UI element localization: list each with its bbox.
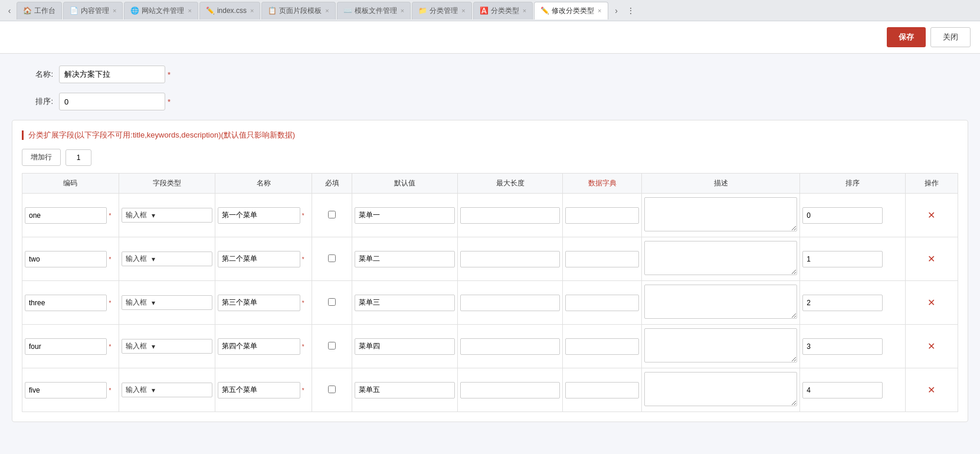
required-checkbox-2[interactable] xyxy=(328,298,336,306)
td-name-2: * xyxy=(215,281,312,325)
code-input-0[interactable] xyxy=(25,207,107,224)
delete-button-0[interactable]: ✕ xyxy=(908,210,955,221)
table-row: * 输入框 ▾ * ✕ xyxy=(22,237,958,281)
tab-cat-mgr[interactable]: 📁 分类管理 × xyxy=(412,2,471,19)
tab-index-css[interactable]: ✏️ index.css × xyxy=(199,2,260,19)
td-req-3 xyxy=(312,325,352,368)
name-input-3[interactable] xyxy=(218,338,300,355)
type-select-1[interactable]: 输入框 ▾ xyxy=(122,252,213,266)
chevron-down-icon: ▾ xyxy=(152,211,155,220)
td-sort-4 xyxy=(800,368,906,412)
dict-input-0[interactable] xyxy=(565,207,639,224)
table-header-row: 编码 字段类型 名称 必填 默认值 最大长度 数据字典 描述 排序 操作 xyxy=(22,174,958,194)
tab-file-mgr-close[interactable]: × xyxy=(188,7,191,14)
row-count-input[interactable] xyxy=(65,149,91,166)
dict-input-2[interactable] xyxy=(565,295,639,311)
desc-textarea-2[interactable] xyxy=(644,285,797,319)
required-checkbox-0[interactable] xyxy=(328,211,336,218)
tab-tpl-file-close[interactable]: × xyxy=(401,7,404,14)
default-input-1[interactable] xyxy=(355,251,455,267)
type-select-3[interactable]: 输入框 ▾ xyxy=(122,339,213,354)
sort-input-0[interactable] xyxy=(802,207,883,224)
td-name-1: * xyxy=(215,237,312,281)
dict-input-3[interactable] xyxy=(565,338,639,355)
th-maxlen: 最大长度 xyxy=(457,174,563,194)
sort-input-1[interactable] xyxy=(802,251,883,267)
tab-edit-cat-close[interactable]: × xyxy=(598,7,601,14)
dict-input-4[interactable] xyxy=(565,382,639,399)
tab-next-btn[interactable]: › xyxy=(609,4,624,18)
tab-content[interactable]: 📄 内容管理 × xyxy=(63,2,123,19)
delete-button-1[interactable]: ✕ xyxy=(908,253,955,264)
td-default-2 xyxy=(352,281,458,325)
td-op-3: ✕ xyxy=(905,325,958,368)
desc-textarea-3[interactable] xyxy=(644,328,797,362)
table-row: * 输入框 ▾ * ✕ xyxy=(22,368,958,412)
type-select-4[interactable]: 输入框 ▾ xyxy=(122,383,213,397)
delete-button-2[interactable]: ✕ xyxy=(908,297,955,308)
maxlen-input-4[interactable] xyxy=(460,382,561,399)
maxlen-input-0[interactable] xyxy=(460,207,561,224)
tab-edit-cat[interactable]: ✏️ 修改分类类型 × xyxy=(534,2,608,19)
tab-cat-type[interactable]: 🅰️ 分类类型 × xyxy=(473,2,533,19)
type-text-1: 输入框 xyxy=(126,254,147,264)
name-input-0[interactable] xyxy=(218,207,300,224)
dict-input-1[interactable] xyxy=(565,251,639,267)
tab-cat-mgr-close[interactable]: × xyxy=(461,7,465,14)
desc-textarea-1[interactable] xyxy=(644,241,797,275)
td-sort-2 xyxy=(800,281,906,325)
sort-input-4[interactable] xyxy=(802,382,883,399)
chevron-down-icon: ▾ xyxy=(152,342,155,351)
th-code: 编码 xyxy=(22,174,119,194)
tab-more-btn[interactable]: ⋮ xyxy=(624,4,638,18)
th-desc: 描述 xyxy=(642,174,800,194)
sort-input-2[interactable] xyxy=(802,295,883,311)
type-select-0[interactable]: 输入框 ▾ xyxy=(122,208,213,223)
sort-input[interactable] xyxy=(59,93,165,110)
default-input-0[interactable] xyxy=(355,207,455,224)
code-input-3[interactable] xyxy=(25,338,107,355)
name-input-4[interactable] xyxy=(218,382,300,399)
code-input-2[interactable] xyxy=(25,295,107,311)
delete-button-4[interactable]: ✕ xyxy=(908,384,955,396)
required-checkbox-4[interactable] xyxy=(328,386,336,393)
close-button[interactable]: 关闭 xyxy=(930,27,971,47)
tab-index-css-close[interactable]: × xyxy=(250,7,254,14)
type-text-3: 输入框 xyxy=(126,341,147,351)
code-input-1[interactable] xyxy=(25,251,107,267)
name-required-2: * xyxy=(302,299,304,306)
name-required-1: * xyxy=(302,256,304,262)
name-input[interactable] xyxy=(59,66,165,83)
maxlen-input-1[interactable] xyxy=(460,251,561,267)
tab-tpl-file[interactable]: ⌨️ 模板文件管理 × xyxy=(337,2,411,19)
type-select-2[interactable]: 输入框 ▾ xyxy=(122,295,213,310)
required-checkbox-1[interactable] xyxy=(328,254,336,262)
maxlen-input-3[interactable] xyxy=(460,338,561,355)
code-input-4[interactable] xyxy=(25,382,107,399)
tab-page-seg[interactable]: 📋 页面片段模板 × xyxy=(261,2,335,19)
sort-input-3[interactable] xyxy=(802,338,883,355)
save-button[interactable]: 保存 xyxy=(887,27,926,47)
td-default-0 xyxy=(352,194,458,237)
tab-page-seg-close[interactable]: × xyxy=(325,7,329,14)
desc-textarea-0[interactable] xyxy=(644,197,797,231)
name-input-2[interactable] xyxy=(218,295,300,311)
tab-content-close[interactable]: × xyxy=(113,7,116,14)
td-dict-2 xyxy=(563,281,642,325)
required-checkbox-3[interactable] xyxy=(328,342,336,350)
default-input-3[interactable] xyxy=(355,338,455,355)
default-input-2[interactable] xyxy=(355,295,455,311)
maxlen-input-2[interactable] xyxy=(460,295,561,311)
tab-prev-btn[interactable]: ‹ xyxy=(2,4,17,18)
name-input-1[interactable] xyxy=(218,251,300,267)
default-input-4[interactable] xyxy=(355,382,455,399)
tab-file-mgr[interactable]: 🌐 网站文件管理 × xyxy=(124,2,198,19)
tab-cat-type-close[interactable]: × xyxy=(523,7,526,14)
td-default-1 xyxy=(352,237,458,281)
tab-workbench[interactable]: 🏠 工作台 xyxy=(17,2,62,19)
td-type-3: 输入框 ▾ xyxy=(119,325,215,368)
desc-textarea-4[interactable] xyxy=(644,372,797,406)
td-maxlen-1 xyxy=(457,237,563,281)
add-row-button[interactable]: 增加行 xyxy=(22,149,61,166)
delete-button-3[interactable]: ✕ xyxy=(908,341,955,352)
